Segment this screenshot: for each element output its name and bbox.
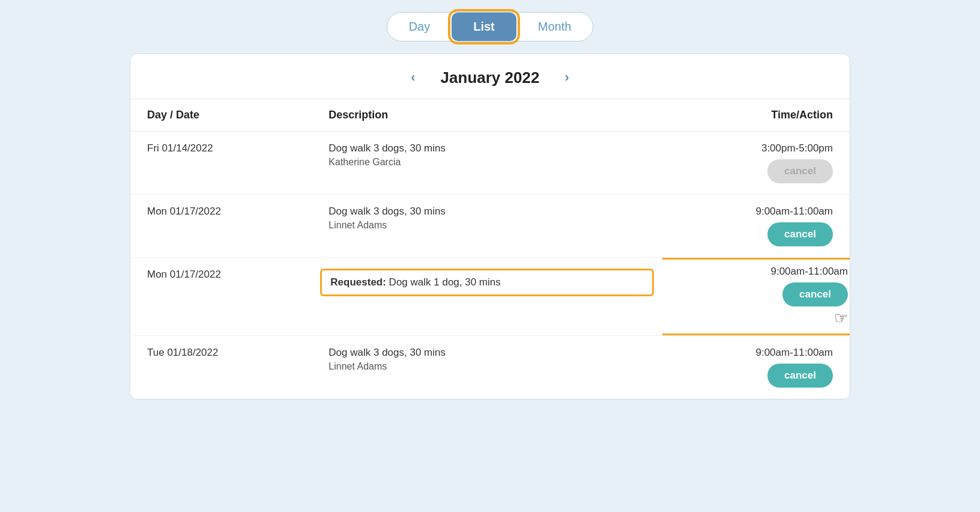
row-time: 3:00pm-5:00pm bbox=[679, 142, 833, 154]
next-month-button[interactable]: › bbox=[558, 67, 575, 88]
cancel-button[interactable]: cancel bbox=[767, 364, 833, 388]
row-date: Tue 01/18/2022 bbox=[130, 336, 312, 399]
main-card: ‹ January 2022 › Day / Date Description … bbox=[130, 53, 850, 400]
table-row: Mon 01/17/2022Requested: Dog walk 1 dog,… bbox=[130, 258, 850, 336]
cancel-button[interactable]: cancel bbox=[767, 222, 833, 246]
row-action: 9:00am-11:00amcancel☞ bbox=[662, 258, 850, 336]
table-row: Fri 01/14/2022Dog walk 3 dogs, 30 minsKa… bbox=[130, 132, 850, 195]
col-header-action: Time/Action bbox=[662, 99, 850, 132]
row-time: 9:00am-11:00am bbox=[679, 206, 833, 218]
tab-day[interactable]: Day bbox=[387, 13, 452, 41]
row-description: Requested: Dog walk 1 dog, 30 mins bbox=[312, 258, 662, 336]
row-time: 9:00am-11:00am bbox=[770, 266, 848, 278]
view-toggle: Day List Month bbox=[387, 12, 594, 41]
row-action: 9:00am-11:00amcancel bbox=[662, 336, 850, 399]
row-desc-line2: Katherine Garcia bbox=[328, 157, 646, 168]
row-action: 3:00pm-5:00pmcancel bbox=[662, 132, 850, 195]
cursor-hand-icon: ☞ bbox=[834, 309, 848, 328]
row-desc-line2: Linnet Adams bbox=[328, 220, 646, 231]
row-action: 9:00am-11:00amcancel bbox=[662, 195, 850, 258]
row-desc-line1: Dog walk 3 dogs, 30 mins bbox=[328, 206, 646, 218]
row-description: Dog walk 3 dogs, 30 minsKatherine Garcia bbox=[312, 132, 662, 195]
cancel-button[interactable]: cancel bbox=[782, 282, 848, 306]
row-time: 9:00am-11:00am bbox=[679, 347, 833, 359]
row-date: Mon 01/17/2022 bbox=[130, 258, 312, 336]
col-header-description: Description bbox=[312, 99, 662, 132]
table-row: Mon 01/17/2022Dog walk 3 dogs, 30 minsLi… bbox=[130, 195, 850, 258]
prev-month-button[interactable]: ‹ bbox=[405, 67, 421, 88]
calendar-table: Day / Date Description Time/Action Fri 0… bbox=[130, 99, 850, 399]
row-desc-line2: Linnet Adams bbox=[328, 361, 646, 372]
row-desc-line1: Dog walk 3 dogs, 30 mins bbox=[328, 347, 646, 359]
col-header-date: Day / Date bbox=[130, 99, 312, 132]
table-row: Tue 01/18/2022Dog walk 3 dogs, 30 minsLi… bbox=[130, 336, 850, 399]
cancel-button: cancel bbox=[767, 159, 833, 183]
row-desc-line1: Dog walk 3 dogs, 30 mins bbox=[328, 142, 646, 154]
row-desc-line1: Requested: Dog walk 1 dog, 30 mins bbox=[330, 276, 644, 288]
table-header-row: Day / Date Description Time/Action bbox=[130, 99, 850, 132]
month-nav: ‹ January 2022 › bbox=[130, 54, 850, 99]
tab-list[interactable]: List bbox=[452, 13, 516, 41]
row-description: Dog walk 3 dogs, 30 minsLinnet Adams bbox=[312, 195, 662, 258]
row-date: Mon 01/17/2022 bbox=[130, 195, 312, 258]
tab-month[interactable]: Month bbox=[516, 13, 593, 41]
month-title: January 2022 bbox=[441, 69, 540, 87]
row-date: Fri 01/14/2022 bbox=[130, 132, 312, 195]
row-description: Dog walk 3 dogs, 30 minsLinnet Adams bbox=[312, 336, 662, 399]
